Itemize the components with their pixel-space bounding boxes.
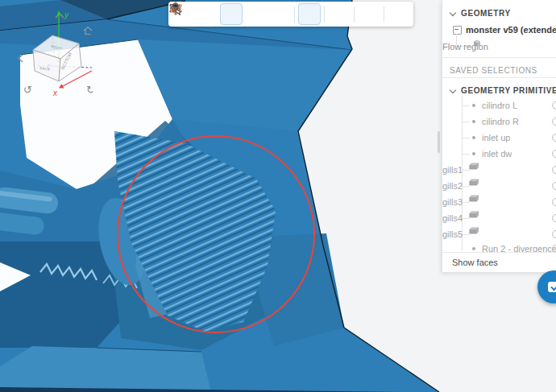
mesh-view-button[interactable]	[358, 3, 380, 25]
toolbar-separator	[384, 6, 384, 23]
point-icon	[472, 136, 475, 139]
visibility-icon[interactable]	[552, 214, 556, 222]
list-item-cilindro-r[interactable]: cilindro R	[442, 113, 556, 130]
tree-item-root[interactable]: monster v59 (extended s...	[442, 22, 556, 38]
list-item-inlet-dw[interactable]: inlet dw	[442, 146, 556, 162]
view-cube[interactable]: RIGHT BACK BOTTOM	[33, 35, 81, 81]
viewer-toolbar	[168, 2, 413, 27]
visibility-icon[interactable]	[552, 166, 556, 174]
cube-gray-icon	[472, 39, 482, 48]
section-title: GEOMETRY	[461, 9, 511, 18]
saved-selections-header[interactable]: SAVED SELECTIONS	[442, 62, 556, 78]
chevron-down-icon	[450, 10, 456, 16]
y-axis-label: y	[64, 10, 69, 19]
visibility-icon[interactable]	[552, 198, 556, 206]
box-icon	[469, 226, 479, 235]
geometry-section-header[interactable]: GEOMETRY	[442, 5, 556, 21]
toolbar-separator	[354, 6, 355, 23]
box-select-button[interactable]	[328, 3, 351, 25]
visibility-icon[interactable]	[552, 118, 556, 126]
show-faces-button[interactable]: Show faces	[442, 252, 556, 272]
collapse-minus-icon[interactable]	[453, 26, 462, 35]
list-item-gills5[interactable]: gills5	[442, 226, 556, 242]
viewport-3d[interactable]: GEOMETRY monster v59 (extended s... Flow…	[0, 0, 556, 392]
select-vertex-button[interactable]	[244, 3, 267, 25]
list-item-gills4[interactable]: gills4	[442, 210, 556, 226]
tree-item-flow-region[interactable]: Flow region	[442, 39, 556, 55]
chevron-down-icon	[450, 87, 456, 93]
point-icon	[472, 247, 475, 250]
box-icon	[469, 194, 479, 203]
select-face-button[interactable]	[220, 3, 243, 25]
rotate-ccw-icon[interactable]: ↺	[23, 84, 32, 96]
x-axis-label: x	[52, 89, 58, 97]
toolbar-separator	[324, 6, 325, 23]
point-icon	[472, 120, 475, 123]
visibility-icon[interactable]	[552, 230, 556, 238]
box-icon	[469, 210, 479, 219]
box-icon	[469, 162, 479, 171]
rotate-left-icon[interactable]	[19, 55, 23, 62]
list-item-gills3[interactable]: gills3	[442, 194, 556, 210]
list-item-gills2[interactable]: gills2	[442, 178, 556, 194]
visibility-icon[interactable]	[552, 134, 556, 142]
check-card-icon	[548, 282, 556, 292]
orientation-gizmo[interactable]: ↺ ↻ y x z RIGHT BACK BOTTOM	[0, 0, 93, 101]
rotate-cw-icon[interactable]: ↻	[86, 84, 93, 96]
toolbar-separator	[294, 6, 295, 23]
list-item-inlet-up[interactable]: inlet up	[442, 130, 556, 146]
point-icon	[472, 104, 475, 107]
tree-root-label: monster v59 (extended s...	[466, 25, 556, 35]
visibility-icon[interactable]	[552, 101, 556, 109]
loupe-icon	[168, 2, 183, 16]
point-icon	[472, 152, 475, 155]
list-item-gills1[interactable]: gills1	[442, 162, 556, 178]
wireframe-view-button[interactable]	[268, 3, 291, 25]
geometry-panel: GEOMETRY monster v59 (extended s... Flow…	[442, 0, 556, 272]
visibility-icon[interactable]	[552, 182, 556, 190]
visibility-icon[interactable]	[552, 150, 556, 158]
box-icon	[469, 178, 479, 187]
measure-tool-button[interactable]	[388, 3, 410, 25]
geometry-primitives-header[interactable]: GEOMETRY PRIMITIVES	[442, 82, 556, 98]
list-item-cilindro-l[interactable]: cilindro L	[442, 97, 556, 113]
home-view-icon[interactable]	[84, 27, 92, 35]
panel-scrollbar[interactable]	[438, 131, 440, 153]
select-body-button[interactable]	[196, 3, 218, 25]
pin-selection-button[interactable]	[298, 3, 321, 25]
